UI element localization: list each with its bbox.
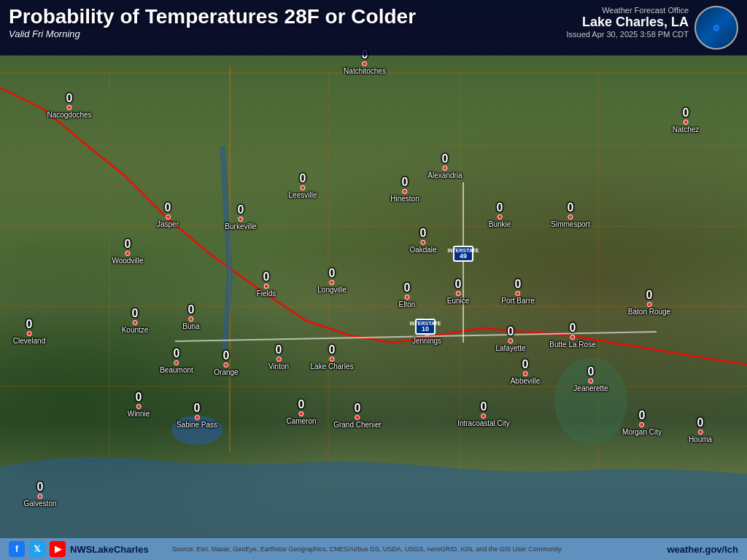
youtube-icon[interactable]: ▶	[50, 541, 66, 557]
city-marker: 0Fields	[257, 271, 276, 298]
city-name: Buna	[182, 322, 199, 330]
city-marker: 0Oakdale	[409, 228, 436, 254]
city-probability: 0	[125, 238, 131, 250]
city-name: Alexandria	[427, 171, 462, 179]
city-marker: 0Simmesport	[551, 202, 589, 228]
city-marker: 0Cameron	[286, 399, 316, 425]
city-name: Elton	[399, 300, 416, 308]
map-background	[0, 0, 747, 560]
city-probability: 0	[639, 410, 646, 421]
city-marker: 0Lafayette	[495, 326, 525, 352]
city-dot	[698, 429, 703, 435]
city-dot	[684, 120, 689, 125]
city-dot	[329, 357, 334, 362]
social-handle: NWSLakeCharles	[70, 544, 149, 555]
city-name: Lake Charles	[311, 362, 354, 370]
city-dot	[421, 240, 426, 245]
city-name: Hineston	[390, 195, 419, 203]
city-marker: 0Butte La Rose	[549, 322, 595, 349]
city-probability: 0	[298, 399, 305, 411]
city-name: Morgan City	[622, 428, 662, 436]
logo-text: 🌀	[713, 25, 720, 31]
city-name: Grand Chenier	[333, 421, 382, 429]
city-marker: 0Sabine Pass	[177, 402, 217, 429]
city-dot	[132, 320, 137, 325]
city-probability: 0	[508, 326, 514, 338]
city-dot	[568, 214, 573, 219]
city-dot	[26, 331, 31, 336]
city-marker: 0Hineston	[390, 176, 419, 203]
city-probability: 0	[355, 402, 361, 414]
city-name: Vinton	[268, 362, 289, 370]
city-probability: 0	[263, 271, 270, 283]
city-probability: 0	[194, 402, 201, 414]
city-dot	[570, 335, 576, 340]
city-marker: 0Nacogdoches	[47, 93, 91, 119]
city-marker: 0Baton Rouge	[628, 289, 670, 316]
city-name: Baton Rouge	[628, 308, 670, 316]
website-url: weather.gov/lch	[667, 544, 738, 555]
city-marker: 0Bunkie	[489, 202, 511, 228]
city-name: Jennings	[412, 337, 441, 345]
city-marker: 0Kountze	[122, 308, 149, 334]
city-dot	[515, 291, 520, 296]
valid-time: Valid Fri Morning	[9, 28, 416, 39]
city-dot	[588, 378, 593, 384]
city-marker: 0Elton	[399, 282, 416, 308]
city-dot	[523, 371, 528, 376]
interstate-shield: INTERSTATE10	[415, 319, 436, 335]
city-dot	[403, 189, 408, 194]
city-probability: 0	[570, 322, 576, 334]
city-name: Intracoastal City	[457, 419, 510, 427]
city-marker: 0Cleveland	[13, 319, 45, 345]
city-name: Burkeville	[225, 222, 256, 230]
city-probability: 0	[646, 289, 653, 301]
city-marker: 0Natchez	[673, 107, 700, 133]
header: Probability of Temperatures 28F or Colde…	[0, 0, 747, 55]
city-probability: 0	[568, 202, 574, 214]
city-dot	[188, 316, 193, 322]
city-name: Natchitoches	[344, 67, 386, 75]
city-probability: 0	[188, 304, 195, 316]
city-probability: 0	[522, 359, 529, 370]
city-probability: 0	[174, 348, 180, 359]
city-name: Abbeville	[511, 377, 541, 385]
city-marker: 0Woodville	[112, 238, 143, 265]
city-name: Natchez	[673, 125, 700, 133]
city-name: Longville	[317, 286, 346, 294]
twitter-icon[interactable]: 𝕏	[29, 541, 45, 557]
city-probability: 0	[683, 107, 689, 119]
city-probability: 0	[132, 308, 139, 319]
city-name: Oakdale	[409, 246, 436, 254]
issued-time: Issued Apr 30, 2025 3:58 PM CDT	[566, 30, 689, 39]
city-dot	[640, 422, 645, 427]
city-name: Houma	[689, 435, 712, 443]
city-name: Orange	[214, 368, 238, 376]
city-name: Leesville	[289, 191, 317, 199]
header-right: Weather Forecast Office Lake Charles, LA…	[566, 6, 738, 50]
city-marker: 0Jeanerette	[573, 366, 608, 392]
city-marker: 0Grand Chenier	[333, 402, 382, 429]
city-probability: 0	[697, 417, 704, 429]
city-marker: 0Jasper	[157, 202, 179, 228]
city-probability: 0	[136, 392, 142, 403]
city-name: Jasper	[157, 220, 179, 228]
city-name: Galveston	[23, 499, 56, 508]
city-probability: 0	[481, 401, 487, 413]
city-dot	[363, 61, 368, 66]
city-probability: 0	[329, 268, 336, 279]
city-probability: 0	[404, 282, 411, 294]
city-probability: 0	[37, 481, 44, 493]
city-name: Jeanerette	[573, 384, 608, 392]
city-marker: 0Beaumont	[160, 348, 193, 374]
city-marker: 0Galveston	[23, 481, 56, 508]
social-links: f 𝕏 ▶ NWSLakeCharles	[9, 541, 149, 557]
footer: f 𝕏 ▶ NWSLakeCharles Source: Esri, Maxar…	[0, 538, 747, 560]
city-marker: 0Lake Charles	[311, 344, 354, 370]
city-name: Lafayette	[495, 344, 525, 352]
facebook-icon[interactable]: f	[9, 541, 25, 557]
interstate-number: 10	[422, 326, 429, 332]
city-name: Fields	[257, 289, 276, 298]
city-probability: 0	[442, 153, 449, 165]
city-marker: 0Longville	[317, 268, 346, 294]
